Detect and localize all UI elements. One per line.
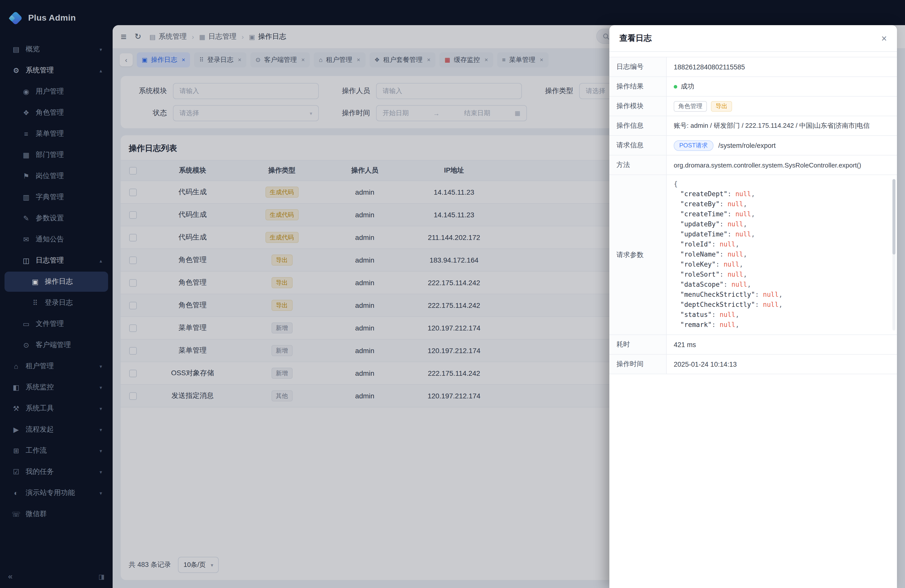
detail-row-duration: 耗时 421 ms [610, 335, 897, 354]
operation-time-value: 2025-01-24 10:14:13 [667, 354, 897, 374]
code-line: "createBy": null, [674, 199, 890, 209]
app-root: Plus Admin ▤概览▾⚙系统管理▴◉用户管理❖角色管理≡菜单管理▦部门管… [0, 0, 905, 588]
detail-row-time: 操作时间 2025-01-24 10:14:13 [610, 354, 897, 374]
drawer-body: 日志编号 1882612840802115585 操作结果 成功 操作模块 角色… [610, 52, 897, 588]
detail-row-params: 请求参数 {"createDept": null,"createBy": nul… [610, 175, 897, 335]
json-code-block: {"createDept": null,"createBy": null,"cr… [674, 179, 890, 330]
detail-row-info: 操作信息 账号: admin / 研发部门 / 222.175.114.242 … [610, 116, 897, 136]
code-line: "status": null, [674, 310, 890, 320]
detail-row-module: 操作模块 角色管理 导出 [610, 97, 897, 116]
detail-label: 操作结果 [610, 77, 667, 96]
code-line: "menuCheckStrictly": null, [674, 290, 890, 300]
log-detail-table: 日志编号 1882612840802115585 操作结果 成功 操作模块 角色… [610, 57, 897, 374]
code-line: "createDept": null, [674, 189, 890, 199]
detail-row-result: 操作结果 成功 [610, 77, 897, 97]
detail-label: 请求参数 [610, 175, 667, 334]
method-value: org.dromara.system.controller.system.Sys… [667, 156, 897, 175]
code-scrollbar-thumb[interactable] [892, 179, 895, 254]
code-line: "updateBy": null, [674, 219, 890, 229]
module-tag: 角色管理 [674, 101, 707, 111]
drawer-header: 查看日志 × [610, 25, 897, 52]
code-line: "roleId": null, [674, 240, 890, 250]
code-line: "roleName": null, [674, 250, 890, 259]
result-text: 成功 [681, 82, 694, 91]
detail-label: 操作模块 [610, 97, 667, 116]
code-line: "deptCheckStrictly": null, [674, 300, 890, 310]
detail-label: 日志编号 [610, 57, 667, 76]
detail-label: 耗时 [610, 335, 667, 354]
request-info-value: POST请求 /system/role/export [667, 136, 897, 155]
code-line: "createTime": null, [674, 209, 890, 219]
drawer-title: 查看日志 [619, 33, 652, 43]
detail-row-request: 请求信息 POST请求 /system/role/export [610, 136, 897, 156]
duration-value: 421 ms [667, 335, 897, 354]
result-value: 成功 [667, 77, 897, 96]
post-method-tag: POST请求 [674, 140, 713, 151]
view-log-drawer: 查看日志 × 日志编号 1882612840802115585 操作结果 成功 … [610, 25, 897, 588]
code-line: "roleSort": null, [674, 270, 890, 280]
operation-info-value: 账号: admin / 研发部门 / 222.175.114.242 / 中国|… [667, 116, 897, 135]
code-line: "roleKey": null, [674, 259, 890, 270]
detail-row-method: 方法 org.dromara.system.controller.system.… [610, 156, 897, 175]
code-line: "dataScope": null, [674, 280, 890, 290]
detail-row-log-id: 日志编号 1882612840802115585 [610, 57, 897, 77]
request-url: /system/role/export [718, 141, 776, 149]
code-line: "updateTime": null, [674, 229, 890, 240]
code-brace: { [674, 180, 678, 188]
close-icon[interactable]: × [881, 33, 887, 43]
request-params-value: {"createDept": null,"createBy": null,"cr… [667, 175, 897, 334]
code-line: "remark": null, [674, 320, 890, 330]
module-tags: 角色管理 导出 [667, 97, 897, 116]
log-id-value: 1882612840802115585 [667, 57, 897, 76]
detail-label: 操作信息 [610, 116, 667, 135]
success-dot-icon [674, 85, 677, 88]
detail-label: 操作时间 [610, 354, 667, 374]
code-scrollbar[interactable] [892, 179, 895, 331]
operation-type-tag: 导出 [711, 101, 732, 111]
detail-label: 方法 [610, 156, 667, 175]
detail-label: 请求信息 [610, 136, 667, 155]
